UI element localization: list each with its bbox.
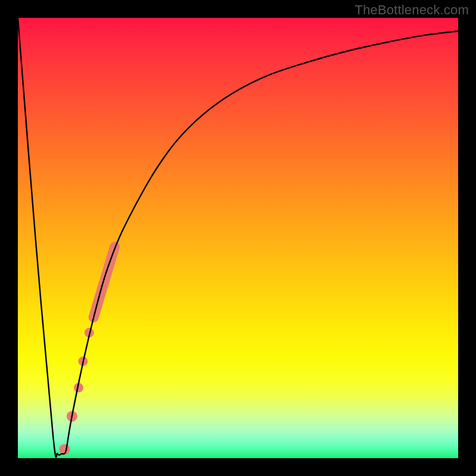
chart-frame: TheBottleneck.com [0, 0, 476, 476]
bottleneck-curve [18, 18, 458, 458]
chart-svg [18, 18, 458, 458]
plot-area [18, 18, 458, 458]
watermark-text: TheBottleneck.com [355, 2, 469, 18]
highlight-layer [59, 247, 114, 455]
